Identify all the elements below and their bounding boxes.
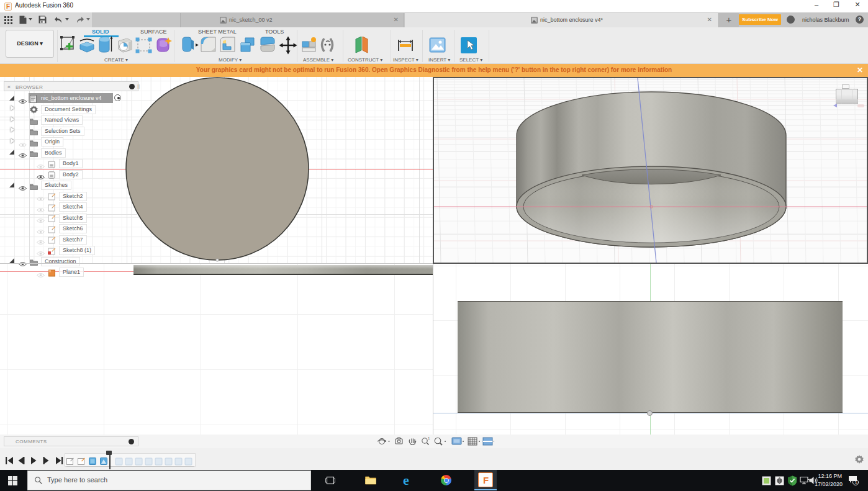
svg-text:1: 1 <box>428 436 430 440</box>
svg-text:1: 1 <box>855 480 857 485</box>
